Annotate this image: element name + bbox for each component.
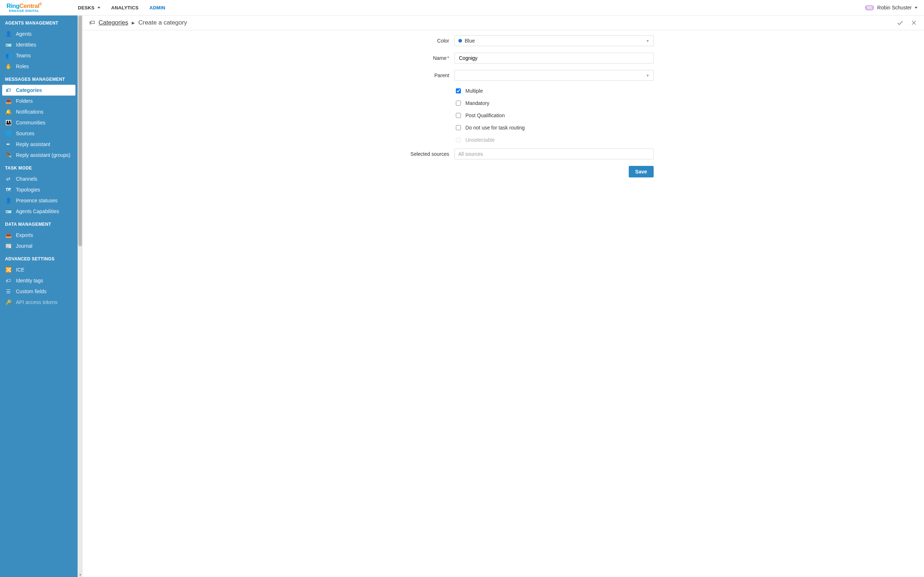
scroll-down-icon: ▾ — [78, 573, 82, 577]
sidebar-scrollbar[interactable]: ▾ — [78, 16, 82, 577]
brand-logo: RingCentral® ENGAGE DIGITAL — [6, 3, 42, 13]
confirm-button[interactable] — [897, 19, 904, 26]
check-mandatory-row: Mandatory — [454, 100, 677, 107]
sidebar-item-agent-capabilities[interactable]: 🪪Agents Capabilities — [0, 206, 78, 217]
inbox-icon: 📥 — [5, 98, 11, 104]
main: 🏷 Categories ▶ Create a category Color — [82, 16, 924, 577]
cancel-button[interactable] — [910, 19, 918, 26]
page-header: 🏷 Categories ▶ Create a category — [82, 16, 924, 30]
topbar: RingCentral® ENGAGE DIGITAL DESKS ANALYT… — [0, 0, 924, 16]
presence-icon: 👤 — [5, 198, 11, 203]
sidebar-item-ice[interactable]: 🔀ICE — [0, 264, 78, 275]
sidebar-section-task: TASK MODE — [0, 161, 78, 174]
sidebar-item-teams[interactable]: 👥Teams — [0, 50, 78, 61]
sidebar-item-custom-fields[interactable]: ☰Custom fields — [0, 286, 78, 297]
brand-ring: Ring — [6, 2, 19, 9]
nav-admin[interactable]: ADMIN — [149, 5, 165, 10]
sidebar-item-api-tokens[interactable]: 🔑API access tokens — [0, 297, 78, 308]
user-icon: 👤 — [5, 31, 11, 37]
sidebar-section-messages: MESSAGES MANAGEMENT — [0, 72, 78, 85]
category-form: Color Blue ▼ Name* — [330, 35, 677, 177]
color-select[interactable]: Blue ▼ — [454, 35, 654, 46]
avatar: RS — [865, 5, 874, 10]
label-name: Name — [433, 55, 446, 61]
journal-icon: 📰 — [5, 243, 11, 249]
sidebar-item-reply-assistant-groups[interactable]: 🪶Reply assistant (groups) — [0, 150, 78, 161]
sidebar-item-topologies[interactable]: 🗺Topologies — [0, 184, 78, 195]
check-noroute-label: Do not use for task routing — [465, 125, 525, 131]
check-no-route[interactable] — [456, 125, 461, 130]
user-menu[interactable]: RS Robin Schuster — [865, 5, 918, 10]
check-mandatory-label: Mandatory — [465, 100, 489, 106]
shuffle-icon: 🔀 — [5, 267, 11, 272]
id-card-icon: 🪪 — [5, 42, 11, 48]
sidebar-item-reply-assistant[interactable]: ✒Reply assistant — [0, 139, 78, 150]
sidebar-item-folders[interactable]: 📥Folders — [0, 95, 78, 106]
check-multiple-row: Multiple — [454, 87, 677, 95]
sidebar-item-identities[interactable]: 🪪Identities — [0, 39, 78, 50]
selected-sources-select[interactable]: All sources — [454, 148, 654, 160]
check-unselectable — [456, 137, 461, 142]
sidebar-item-communities[interactable]: 👪Communities — [0, 117, 78, 128]
label-parent: Parent — [330, 73, 454, 78]
sidebar-item-notifications[interactable]: 🔔Notifications — [0, 106, 78, 117]
chevron-down-icon — [914, 7, 918, 9]
sidebar-section-advanced: ADVANCED SETTINGS — [0, 251, 78, 264]
breadcrumb-categories[interactable]: Categories — [99, 19, 128, 26]
top-nav: DESKS ANALYTICS ADMIN — [78, 5, 165, 10]
sidebar: AGENTS MANAGEMENT 👤Agents 🪪Identities 👥T… — [0, 16, 78, 577]
sitemap-icon: 🗺 — [5, 187, 11, 193]
sidebar-item-categories[interactable]: 🏷Categories — [2, 85, 76, 95]
list-icon: ☰ — [5, 288, 11, 294]
chevron-down-icon: ▼ — [646, 74, 650, 77]
color-dot-icon — [459, 39, 462, 43]
check-multiple[interactable] — [456, 89, 461, 93]
label-selected-sources: Selected sources — [330, 151, 454, 157]
exchange-icon: ⇄ — [5, 176, 11, 182]
check-postq-label: Post Qualification — [465, 113, 505, 118]
sidebar-section-agents: AGENTS MANAGEMENT — [0, 16, 78, 29]
bell-icon: 🔔 — [5, 109, 11, 115]
sidebar-item-identity-tags[interactable]: 🏷Identity tags — [0, 275, 78, 286]
nav-desks[interactable]: DESKS — [78, 5, 100, 10]
sidebar-item-presence[interactable]: 👤Presence statuses — [0, 195, 78, 206]
check-mandatory[interactable] — [456, 101, 461, 106]
label-color: Color — [330, 38, 454, 44]
key-icon: 🔑 — [5, 299, 11, 305]
check-postq-row: Post Qualification — [454, 112, 677, 119]
chevron-down-icon — [97, 7, 100, 9]
sidebar-section-data: DATA MANAGEMENT — [0, 217, 78, 230]
sidebar-item-channels[interactable]: ⇄Channels — [0, 174, 78, 184]
tags-icon: 🏷 — [5, 278, 11, 284]
brand-central: Central — [19, 2, 39, 9]
badge-icon: 🪪 — [5, 208, 11, 214]
hand-icon: ✋ — [5, 63, 11, 69]
brand-subtitle: ENGAGE DIGITAL — [9, 10, 39, 13]
sidebar-item-exports[interactable]: 📤Exports — [0, 230, 78, 240]
check-unselect-row: Unselectable — [454, 136, 677, 143]
check-post-qualification[interactable] — [456, 113, 461, 118]
nav-analytics[interactable]: ANALYTICS — [111, 5, 139, 10]
name-input[interactable] — [459, 55, 650, 61]
check-noroute-row: Do not use for task routing — [454, 124, 677, 131]
save-button[interactable]: Save — [629, 166, 654, 177]
parent-select[interactable]: ▼ — [454, 70, 654, 81]
people-icon: 👪 — [5, 120, 11, 126]
sidebar-item-sources[interactable]: 🌐Sources — [0, 128, 78, 139]
tag-icon: 🏷 — [89, 19, 95, 26]
breadcrumb-current: Create a category — [138, 19, 187, 26]
sidebar-item-roles[interactable]: ✋Roles — [0, 61, 78, 72]
globe-icon: 🌐 — [5, 131, 11, 136]
sidebar-item-agents[interactable]: 👤Agents — [0, 29, 78, 39]
required-marker: * — [447, 55, 449, 61]
feathers-icon: 🪶 — [5, 152, 11, 158]
selected-sources-placeholder: All sources — [459, 151, 483, 157]
color-value: Blue — [465, 38, 475, 44]
export-icon: 📤 — [5, 232, 11, 238]
chevron-down-icon: ▼ — [646, 39, 650, 43]
chevron-right-icon: ▶ — [132, 21, 135, 25]
sidebar-item-journal[interactable]: 📰Journal — [0, 240, 78, 251]
user-name: Robin Schuster — [877, 5, 912, 10]
tag-icon: 🏷 — [5, 87, 11, 93]
feather-icon: ✒ — [5, 141, 11, 147]
